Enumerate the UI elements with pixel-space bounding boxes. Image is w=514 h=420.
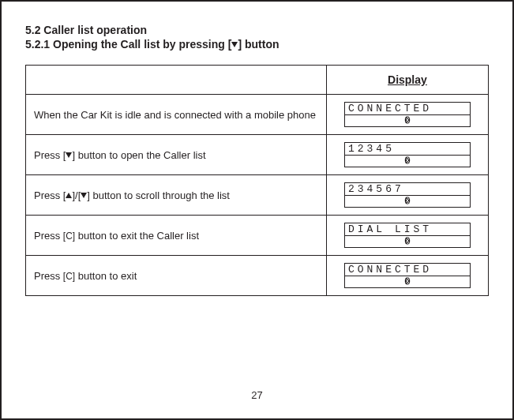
table-row: Press [C] button to exit the Caller list…	[26, 216, 489, 256]
instruction-cell: Press [] button to open the Caller list	[26, 135, 327, 175]
down-arrow-icon	[231, 42, 238, 47]
display-cell: CONNECTED	[326, 95, 488, 135]
instruction-text: Press	[34, 270, 63, 282]
table-row: Press [C] button to exit CONNECTED	[26, 256, 489, 296]
table-row: When the Car Kit is idle and is connecte…	[26, 95, 489, 135]
instruction-cell: Press [C] button to exit	[26, 256, 327, 296]
manual-page: 5.2 Caller list operation 5.2.1 Opening …	[0, 0, 514, 420]
lcd-line2	[345, 115, 470, 126]
instruction-text: button to exit the Caller list	[75, 230, 199, 242]
heading-text-pre: 5.2.1 Opening the Call list by pressing …	[25, 38, 231, 51]
display-cell: 12345	[326, 135, 488, 175]
operation-table: Display When the Car Kit is idle and is …	[25, 65, 489, 296]
display-cell: DIAL LIST	[326, 216, 488, 256]
lcd-line1: CONNECTED	[345, 264, 470, 276]
instruction-cell: Press [C] button to exit the Caller list	[26, 216, 327, 256]
lcd-line1: 234567	[345, 183, 470, 196]
section-heading-5-2: 5.2 Caller list operation	[25, 24, 489, 36]
bluetooth-icon	[403, 197, 411, 204]
lcd-line2	[345, 196, 470, 207]
table-row: Press [] button to open the Caller list …	[26, 135, 489, 175]
lcd-line1: DIAL LIST	[345, 223, 470, 236]
bluetooth-icon	[403, 156, 411, 164]
page-number: 27	[2, 389, 512, 401]
lcd-display: CONNECTED	[344, 102, 471, 127]
section-heading-5-2-1: 5.2.1 Opening the Call list by pressing …	[25, 38, 489, 51]
instruction-text: Press [	[34, 189, 66, 201]
c-button-label: [C]	[63, 231, 75, 242]
lcd-line1: 12345	[345, 143, 470, 156]
instruction-text: button to exit	[75, 270, 137, 282]
header-blank	[26, 66, 327, 95]
lcd-display: 12345	[344, 142, 471, 167]
instruction-cell: When the Car Kit is idle and is connecte…	[26, 95, 327, 135]
instruction-text: ] button to scroll through the list	[87, 189, 230, 201]
bluetooth-icon	[403, 237, 411, 245]
instruction-text: ]/[	[72, 189, 81, 201]
instruction-text: Press	[34, 230, 63, 242]
down-arrow-icon	[81, 193, 87, 198]
lcd-line1: CONNECTED	[345, 103, 470, 115]
up-arrow-icon	[66, 193, 72, 198]
down-arrow-icon	[66, 152, 72, 158]
instruction-cell: Press []/[] button to scroll through the…	[26, 175, 327, 216]
display-cell: 234567	[326, 175, 488, 216]
instruction-text: ] button to open the Caller list	[72, 149, 205, 161]
instruction-text: When the Car Kit is idle and is connecte…	[34, 109, 316, 121]
header-display: Display	[326, 66, 488, 95]
table-row: Press []/[] button to scroll through the…	[26, 175, 489, 216]
lcd-display: 234567	[344, 182, 471, 208]
c-button-label: [C]	[63, 271, 75, 282]
instruction-text: Press [	[34, 149, 66, 161]
table-header-row: Display	[26, 66, 489, 95]
lcd-display: CONNECTED	[344, 263, 471, 288]
display-cell: CONNECTED	[326, 256, 488, 296]
bluetooth-icon	[403, 116, 411, 124]
heading-text-post: ] button	[238, 38, 279, 51]
lcd-display: DIAL LIST	[344, 223, 471, 248]
lcd-line2	[345, 236, 470, 247]
lcd-line2	[345, 276, 470, 287]
lcd-line2	[345, 156, 470, 167]
bluetooth-icon	[403, 277, 411, 285]
